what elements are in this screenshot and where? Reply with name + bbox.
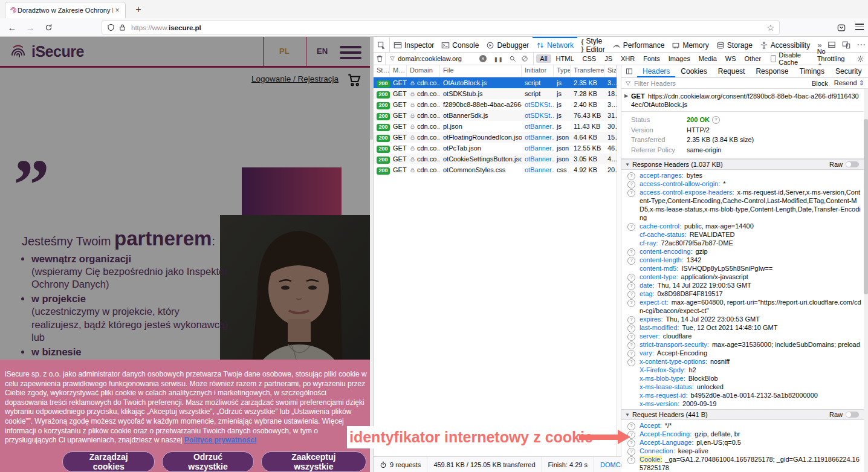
type-filter-pill[interactable]: Other (741, 54, 765, 63)
help-icon[interactable] (627, 181, 635, 189)
help-icon[interactable] (627, 325, 635, 332)
network-request-row[interactable]: 200 GET cdn.co… otBannerSdk.js otSDKSt… … (374, 110, 617, 121)
help-icon[interactable] (627, 333, 635, 341)
tab-style-editor[interactable]: { }Style Editor (577, 37, 609, 52)
tab-console[interactable]: Console (438, 37, 482, 52)
details-tab-security[interactable]: Security (830, 65, 867, 77)
network-columns-header[interactable]: St…M… DomainFile InitiatorType Transferr… (374, 65, 617, 77)
bookmark-star-icon[interactable] (766, 23, 774, 33)
help-icon[interactable] (627, 274, 635, 282)
tab-performance[interactable]: Performance (609, 37, 669, 52)
network-request-row[interactable]: 200 GET cdn.co… pl.json otBanner… js 11.… (374, 121, 617, 132)
browser-tab[interactable]: Doradztwo w Zakresie Ochrony Dany (5, 2, 126, 18)
initiator-cell[interactable]: otSDKSt… (525, 101, 554, 108)
help-icon[interactable] (627, 189, 635, 197)
forward-button[interactable] (23, 21, 37, 35)
help-icon[interactable] (627, 223, 635, 231)
block-requests-icon[interactable] (519, 55, 531, 62)
initiator-cell[interactable]: otBanner… (525, 144, 554, 152)
collapse-caret-icon[interactable] (625, 412, 630, 418)
initiator-cell[interactable]: script (525, 79, 540, 86)
details-scrollbar[interactable] (864, 89, 868, 472)
pick-element-icon[interactable] (374, 37, 390, 52)
tab-debugger[interactable]: Debugger (482, 37, 533, 52)
network-request-row[interactable]: 200 GET cdn.co… f2890bc8-88eb-4bac-a266-… (374, 99, 617, 110)
response-headers-section[interactable]: Response Headers (1.037 KB) Raw (621, 159, 864, 170)
page-scrollbar[interactable] (370, 37, 373, 472)
privacy-policy-link[interactable]: Polityce prywatności (184, 436, 256, 444)
search-icon[interactable] (507, 55, 519, 62)
type-filter-pill[interactable]: CSS (579, 54, 600, 63)
panel-splitter[interactable] (617, 65, 621, 472)
initiator-cell[interactable]: otBanner… (525, 123, 554, 130)
clear-requests-icon[interactable] (374, 53, 386, 65)
help-icon[interactable] (627, 350, 635, 358)
type-filter-pill[interactable]: XHR (617, 54, 638, 63)
help-icon[interactable] (712, 116, 720, 124)
network-request-row[interactable]: 200 GET cdn.co… otSDKStub.js script js 7… (374, 88, 617, 99)
tab-inspector[interactable]: Inspector (390, 37, 438, 52)
block-button[interactable]: Block (812, 80, 828, 87)
network-request-row[interactable]: 200 GET cdn.co… OtAutoBlock.js script js… (374, 77, 617, 88)
help-icon[interactable] (627, 299, 635, 307)
reload-button[interactable] (41, 21, 56, 35)
help-icon[interactable] (627, 257, 635, 265)
type-filter-pill[interactable]: Images (665, 54, 694, 63)
url-bar[interactable]: https://www.isecure.pl (102, 20, 780, 35)
help-icon[interactable] (627, 248, 635, 256)
cookie-consent-button[interactable]: Odrzuć wszystkie (162, 451, 253, 472)
shield-icon[interactable] (107, 24, 115, 31)
network-request-row[interactable]: 200 GET cdn.co… otPcTab.json otBanner… j… (374, 143, 617, 154)
filter-headers-input[interactable]: Filter Headers (634, 80, 676, 87)
request-url-line[interactable]: GEThttps://cdn.cookielaw.org/consent/f28… (621, 89, 864, 112)
tab-close-icon[interactable] (113, 6, 121, 15)
details-tab-headers[interactable]: Headers (637, 65, 675, 77)
type-filter-pill[interactable]: WS (722, 54, 740, 63)
help-icon[interactable] (627, 282, 635, 290)
tab-network[interactable]: Network (533, 37, 577, 52)
initiator-cell[interactable]: otSDKSt… (525, 112, 554, 119)
network-request-row[interactable]: 200 GET cdn.co… otCommonStyles.css otBan… (374, 164, 617, 175)
tab-storage[interactable]: Storage (713, 37, 756, 52)
initiator-cell[interactable]: script (525, 90, 540, 97)
type-filter-pill[interactable]: Fonts (640, 54, 664, 63)
new-tab-button[interactable] (132, 3, 145, 16)
details-tab-timings[interactable]: Timings (794, 65, 830, 77)
details-tab-response[interactable]: Response (750, 65, 794, 77)
network-request-row[interactable]: 200 GET cdn.co… otFloatingRoundedIcon.js… (374, 132, 617, 143)
help-icon[interactable] (627, 172, 635, 180)
raw-toggle[interactable] (846, 161, 859, 167)
pause-traffic-icon[interactable] (490, 55, 507, 62)
type-filter-pill[interactable]: JS (601, 54, 616, 63)
help-icon[interactable] (627, 341, 635, 349)
clear-filter-icon[interactable] (479, 55, 487, 62)
tab-memory[interactable]: Memory (668, 37, 712, 52)
details-tab-cookies[interactable]: Cookies (675, 65, 712, 77)
pocket-icon[interactable] (835, 22, 847, 34)
collapse-caret-icon[interactable] (625, 162, 630, 167)
resend-button[interactable]: Resend (834, 79, 864, 87)
help-icon[interactable] (627, 291, 635, 299)
type-filter-pill[interactable]: HTML (552, 54, 578, 63)
network-request-row[interactable]: 200 GET cdn.co… otCookieSettingsButton.j… (374, 154, 617, 164)
help-icon[interactable] (627, 422, 635, 430)
type-filter-pill[interactable]: Media (695, 54, 721, 63)
initiator-cell[interactable]: otBanner… (525, 134, 554, 141)
url-filter-input[interactable]: domain:cookielaw.org (386, 55, 490, 62)
request-headers-section[interactable]: Request Headers (441 B) Raw (621, 409, 864, 420)
help-icon[interactable] (627, 456, 635, 464)
devtools-menu-icon[interactable] (854, 38, 867, 51)
network-settings-gear-icon[interactable] (857, 55, 864, 63)
dock-details-icon[interactable] (621, 65, 637, 77)
details-tab-request[interactable]: Request (713, 65, 751, 77)
help-icon[interactable] (627, 316, 635, 324)
type-filter-pill[interactable]: All (536, 54, 551, 63)
app-menu-icon[interactable] (853, 22, 866, 34)
disable-cache-checkbox[interactable]: Disable Cache (771, 51, 810, 66)
cookie-consent-button[interactable]: Zarządzaj cookies (62, 451, 155, 472)
raw-toggle[interactable] (846, 412, 859, 418)
cookie-consent-button[interactable]: Zaakceptuj wszystkie (261, 451, 366, 472)
lock-icon[interactable] (118, 24, 126, 31)
back-button[interactable] (5, 21, 19, 35)
initiator-cell[interactable]: otBanner… (525, 166, 554, 173)
